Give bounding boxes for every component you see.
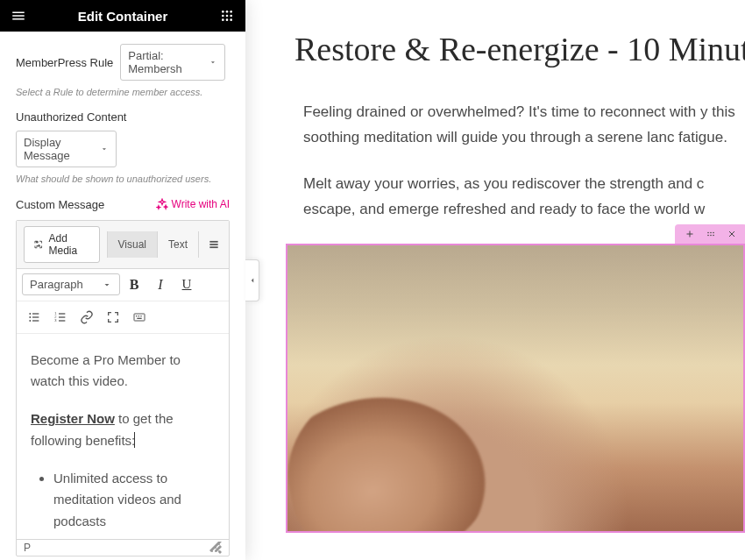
- rule-select[interactable]: Partial: Membersh: [120, 44, 225, 81]
- unauth-select-value: Display Message: [24, 136, 95, 162]
- rule-help: Select a Rule to determine member access…: [16, 86, 230, 98]
- block-format-select[interactable]: Paragraph: [22, 273, 120, 295]
- editor-sidebar: Edit Container MemberPress Rule Partial:…: [0, 0, 245, 560]
- underline-button[interactable]: U: [174, 273, 199, 297]
- register-now-link[interactable]: Register Now: [31, 411, 115, 426]
- sparkle-icon: [156, 198, 168, 210]
- svg-rect-15: [32, 316, 39, 317]
- page-preview: Restore & Re-energize - 10 Minute Feelin…: [245, 0, 745, 560]
- numbered-list-button[interactable]: 123: [48, 305, 73, 330]
- apps-grid-icon[interactable]: [219, 8, 235, 24]
- unauth-label: Unauthorized Content: [16, 110, 126, 124]
- sidebar-header: Edit Container: [0, 0, 245, 32]
- svg-point-6: [222, 18, 224, 21]
- svg-point-38: [707, 234, 709, 236]
- write-with-ai-label: Write with AI: [172, 198, 230, 210]
- svg-rect-26: [138, 315, 139, 316]
- drag-dots-icon: [705, 229, 717, 239]
- message-p1: Become a Pro Member to watch this video.: [31, 350, 215, 393]
- unauth-select[interactable]: Display Message: [16, 131, 117, 167]
- svg-point-2: [230, 11, 232, 13]
- svg-point-33: [215, 550, 216, 552]
- svg-rect-25: [136, 315, 137, 316]
- tab-distraction-free[interactable]: [198, 231, 229, 258]
- bullet-item: Unlimited access to meditation videos an…: [53, 468, 215, 533]
- chevron-left-icon: [248, 276, 257, 285]
- add-widget-button[interactable]: [684, 228, 696, 240]
- svg-point-16: [29, 320, 31, 322]
- block-format-value: Paragraph: [30, 278, 83, 291]
- svg-point-40: [713, 234, 714, 236]
- editor-content-area[interactable]: Become a Pro Member to watch this video.…: [17, 334, 229, 539]
- svg-point-39: [710, 234, 712, 236]
- chevron-down-icon: [100, 144, 109, 154]
- menu-icon[interactable]: [11, 8, 26, 24]
- svg-text:3: 3: [54, 318, 57, 323]
- svg-point-37: [713, 231, 714, 233]
- add-media-button[interactable]: Add Media: [24, 226, 100, 263]
- page-title: Restore & Re-energize - 10 Minute: [294, 30, 745, 68]
- fullscreen-button[interactable]: [101, 305, 125, 330]
- svg-point-29: [218, 543, 220, 545]
- widget-toolbar: [675, 224, 745, 244]
- svg-rect-19: [59, 313, 65, 314]
- rule-select-value: Partial: Membersh: [128, 49, 203, 75]
- svg-rect-24: [134, 314, 145, 321]
- bold-button[interactable]: B: [122, 273, 146, 297]
- paragraph-1: Feeling drained or overwhelmed? It's tim…: [303, 100, 745, 151]
- svg-point-31: [215, 547, 216, 549]
- svg-point-30: [218, 547, 220, 549]
- rich-text-editor: Add Media Visual Text Paragraph: [16, 220, 230, 556]
- svg-rect-17: [32, 320, 39, 321]
- svg-point-34: [211, 550, 213, 552]
- rule-label: MemberPress Rule: [16, 56, 113, 69]
- image-frame: [286, 244, 745, 533]
- plus-icon: [685, 229, 695, 239]
- custom-message-label: Custom Message: [16, 198, 104, 211]
- add-media-label: Add Media: [48, 232, 89, 257]
- svg-point-35: [707, 231, 709, 233]
- svg-point-14: [29, 316, 31, 318]
- svg-rect-13: [32, 313, 39, 314]
- write-with-ai-button[interactable]: Write with AI: [156, 198, 230, 210]
- drag-widget-handle[interactable]: [705, 228, 717, 240]
- svg-rect-21: [59, 316, 65, 317]
- text-caret: [134, 432, 135, 448]
- svg-rect-9: [209, 241, 217, 243]
- editor-path: P: [24, 542, 31, 554]
- tab-visual[interactable]: Visual: [107, 231, 157, 258]
- chevron-down-icon: [209, 57, 217, 67]
- svg-point-3: [222, 15, 224, 18]
- unauth-help: What should be shown to unauthorized use…: [16, 173, 230, 185]
- svg-rect-11: [209, 246, 217, 248]
- svg-point-8: [230, 18, 232, 21]
- collapse-sidebar-button[interactable]: [245, 259, 259, 301]
- keyboard-button[interactable]: [127, 305, 152, 330]
- svg-point-12: [29, 313, 31, 315]
- svg-point-1: [226, 11, 229, 13]
- svg-rect-10: [209, 244, 217, 245]
- svg-rect-23: [59, 320, 65, 321]
- svg-point-32: [218, 550, 220, 552]
- svg-rect-28: [137, 317, 141, 318]
- bullet-list-button[interactable]: [22, 305, 46, 330]
- chevron-down-icon: [102, 280, 112, 290]
- svg-point-4: [226, 15, 229, 18]
- svg-point-0: [222, 11, 224, 13]
- image-widget[interactable]: [286, 244, 745, 533]
- resize-handle-icon[interactable]: [209, 542, 222, 554]
- svg-point-36: [710, 231, 712, 233]
- tab-text[interactable]: Text: [157, 231, 198, 258]
- delete-widget-button[interactable]: [726, 228, 738, 240]
- link-button[interactable]: [74, 305, 99, 330]
- message-p2: Register Now to get the following benefi…: [31, 408, 215, 452]
- sidebar-title: Edit Container: [78, 9, 168, 24]
- media-icon: [33, 238, 43, 251]
- close-icon: [727, 229, 737, 239]
- italic-button[interactable]: I: [148, 273, 173, 297]
- paragraph-2: Melt away your worries, as you rediscove…: [303, 172, 745, 223]
- rows-icon: [208, 238, 220, 251]
- svg-point-5: [230, 15, 232, 18]
- svg-rect-27: [140, 315, 141, 316]
- message-bullets: Unlimited access to meditation videos an…: [31, 468, 215, 539]
